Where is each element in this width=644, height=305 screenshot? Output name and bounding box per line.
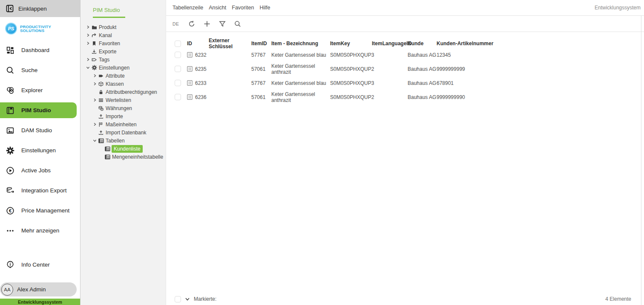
cell-bezeichnung: Keter Gartensessel blau (271, 80, 330, 86)
tab-active-underline (93, 17, 125, 18)
tree-item-mengeneinheitstabelle[interactable]: Mengeneinheitstabelle (80, 153, 166, 161)
sidebar-item-info-center[interactable]: Info Center (0, 255, 80, 275)
sidebar-item-dashboard[interactable]: Dashboard (0, 40, 80, 60)
tree-item-import-datenbank[interactable]: Import Datenbank (80, 128, 166, 137)
tree-item-einstellungen[interactable]: Einstellungen (80, 64, 166, 72)
collapse-panel-icon (6, 4, 14, 13)
chevron-down-icon[interactable] (85, 66, 92, 70)
table-header-row: ID Externer Schlüssel ItemID Item - Beze… (175, 38, 644, 48)
sidebar-item-pim-studio[interactable]: PIM Studio (0, 100, 80, 120)
tree-item-exporte[interactable]: Exporte (80, 47, 166, 55)
tree-item-produkt[interactable]: Produkt (80, 23, 166, 31)
tree-item-klassen[interactable]: Klassen (80, 80, 166, 88)
chevron-right-icon[interactable] (85, 58, 92, 61)
menu-favoriten[interactable]: Favoriten (232, 5, 254, 11)
sidebar-item-suche[interactable]: Suche (0, 60, 80, 80)
cell-kunde: Bauhaus AG (408, 80, 437, 86)
scrollbar-track[interactable] (641, 16, 641, 305)
menu-tabellenzeile[interactable]: Tabellenzeile (172, 5, 203, 11)
chevron-right-icon[interactable] (92, 98, 98, 102)
tree-item-favoriten[interactable]: Favoriten (80, 39, 166, 47)
tree-item-importe[interactable]: Importe (80, 112, 166, 120)
sidebar-item-label: DAM Studio (21, 127, 52, 134)
column-header[interactable]: ItemLanguageID (372, 41, 408, 46)
sidebar-item-active-jobs[interactable]: Active Jobs (0, 160, 80, 180)
column-header[interactable]: Externer Schlüssel (209, 38, 251, 49)
cell-itemid: 57767 (251, 80, 271, 86)
logo-text: PRODUCTIVITY SOLUTIONS (20, 25, 51, 33)
upload-icon (98, 114, 105, 119)
chevron-right-icon[interactable] (92, 74, 98, 78)
collapse-sidebar-button[interactable]: Einklappen (0, 0, 80, 17)
chevron-right-icon[interactable] (92, 82, 98, 86)
tree-item-tabellen[interactable]: Tabellen (80, 137, 166, 145)
column-header[interactable]: ItemID (251, 41, 271, 46)
row-checkbox[interactable] (175, 66, 181, 72)
row-checkbox[interactable] (175, 80, 181, 86)
record-table-icon (187, 80, 193, 86)
filter-button[interactable] (217, 18, 228, 29)
table-row[interactable]: 6236 57061 Keter Gartensessel anthrazit … (175, 90, 644, 104)
environment-label: Entwicklungssystem (595, 5, 641, 11)
user-menu[interactable]: AA Alex Admin (0, 282, 77, 296)
table-row[interactable]: 6233 57767 Keter Gartensessel blau S0M0S… (175, 76, 644, 90)
tree-item-masseinheiten[interactable]: Maßeinheiten (80, 120, 166, 128)
svg-text:€: € (9, 208, 12, 213)
table-icon (98, 138, 105, 143)
table-row[interactable]: 6235 57061 Keter Gartensessel anthrazit … (175, 62, 644, 76)
chevron-right-icon[interactable] (85, 41, 92, 45)
menu-hilfe[interactable]: Hilfe (259, 5, 270, 11)
sidebar-item-label: Price Management (21, 207, 69, 214)
info-pin-icon (6, 261, 14, 269)
sidebar-item-einstellungen[interactable]: Einstellungen (0, 140, 80, 160)
search-icon (234, 20, 241, 27)
column-header[interactable]: Kunden-Artikelnummer (437, 41, 644, 46)
menu-ansicht[interactable]: Ansicht (209, 5, 226, 11)
tree-item-attribute[interactable]: Attribute (80, 72, 166, 80)
column-header[interactable]: Item - Bezeichnung (271, 41, 330, 46)
column-header[interactable]: Kunde (408, 41, 437, 46)
chevron-down-icon[interactable] (92, 139, 98, 142)
tree-item-tags[interactable]: Tags (80, 55, 166, 64)
element-count: 4 Elemente (605, 296, 631, 302)
add-button[interactable] (201, 18, 213, 29)
coins-icon (98, 106, 105, 111)
sidebar-item-dam-studio[interactable]: DAM Studio (0, 120, 80, 140)
column-header[interactable]: ItemKey (330, 41, 372, 46)
tree-item-kundenliste[interactable]: Kundenliste (80, 145, 166, 153)
toolbar: DE (166, 16, 644, 32)
user-name: Alex Admin (17, 286, 46, 293)
sidebar-item-mehr-anzeigen[interactable]: Mehr anzeigen (0, 221, 80, 241)
chevron-right-icon[interactable] (85, 33, 92, 37)
language-selector[interactable]: DE (172, 21, 179, 26)
sidebar-item-explorer[interactable]: Explorer (0, 80, 80, 100)
chevron-right-icon[interactable] (85, 25, 92, 29)
record-table-icon (187, 52, 193, 58)
sidebar-item-price-management[interactable]: € Price Management (0, 200, 80, 221)
select-all-checkbox[interactable] (175, 41, 181, 47)
table-row[interactable]: 6232 57767 Keter Gartensessel blau S0M0S… (175, 48, 644, 62)
gear-icon (6, 146, 14, 155)
download-icon (92, 49, 98, 54)
upload-icon (98, 130, 105, 135)
sidebar-item-integration-export[interactable]: Integration Export (0, 180, 80, 200)
app-logo[interactable]: PS PRODUCTIVITY SOLUTIONS (0, 17, 80, 40)
chevron-right-icon[interactable] (92, 122, 98, 126)
tree-item-kanal[interactable]: Kanal (80, 31, 166, 39)
chevron-down-icon[interactable] (185, 297, 190, 302)
column-header[interactable]: ID (187, 41, 209, 46)
tree-item-waehrungen[interactable]: Währungen (80, 104, 166, 112)
footer-checkbox[interactable] (175, 296, 181, 302)
row-checkbox[interactable] (175, 94, 181, 100)
tree-panel: PIM Studio Produkt Kanal Favoriten Expor… (80, 0, 166, 305)
tab-pim-studio[interactable]: PIM Studio (80, 0, 166, 18)
cell-id: 6232 (195, 52, 207, 58)
box-icon (98, 81, 105, 87)
tree-item-wertelisten[interactable]: Wertelisten (80, 96, 166, 104)
sidebar-item-label: Info Center (21, 261, 50, 268)
row-checkbox[interactable] (175, 52, 181, 58)
record-table-icon (187, 66, 193, 72)
search-button[interactable] (232, 18, 243, 29)
refresh-button[interactable] (186, 18, 197, 29)
tree-item-attributberechtigungen[interactable]: Attributberechtigungen (80, 88, 166, 96)
